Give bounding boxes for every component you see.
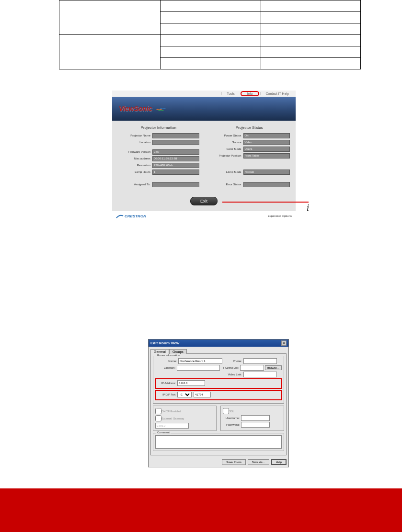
table-cell bbox=[160, 0, 261, 12]
val-power: On bbox=[243, 133, 290, 138]
dhcp-label: DHCP Enabled bbox=[161, 410, 181, 413]
lbl-location: Location bbox=[118, 141, 152, 144]
projector-information-col: Projector Information Projector Name Loc… bbox=[118, 125, 199, 188]
table-cell bbox=[160, 35, 261, 46]
callout-line bbox=[222, 202, 309, 203]
val-lampmode: Normal bbox=[243, 170, 290, 175]
val-resolution: 720x480i 60Hz bbox=[152, 163, 199, 168]
exit-button[interactable]: Exit bbox=[190, 197, 218, 205]
name-label: Name: bbox=[155, 360, 178, 362]
ip-label: IP Address: bbox=[157, 382, 177, 385]
val-firmware: 0.07 bbox=[152, 149, 199, 155]
name-field[interactable] bbox=[178, 358, 222, 364]
table-cell bbox=[59, 0, 161, 35]
ssl-checkbox[interactable] bbox=[223, 408, 229, 414]
projector-info-screenshot: Tools Info Contact IT Help ViewSonic Pro… bbox=[112, 91, 296, 221]
ipid-label: IPID/IP Port: bbox=[157, 393, 177, 396]
save-as-button[interactable]: Save As... bbox=[248, 459, 269, 465]
col-title-status: Projector Status bbox=[209, 125, 290, 130]
ip-highlight-box: IP Address: bbox=[155, 378, 282, 389]
video-field[interactable] bbox=[243, 372, 277, 377]
browse-button[interactable]: Browse... bbox=[265, 365, 282, 370]
val-colormode: User1 bbox=[243, 147, 290, 152]
projector-footer: CRESTRON Expansion Options bbox=[112, 211, 296, 221]
table-cell bbox=[160, 58, 261, 69]
val-assigned bbox=[152, 182, 199, 187]
video-label: Video Link: bbox=[222, 373, 243, 376]
edit-room-dialog: Edit Room View × GeneralGroups Room Info… bbox=[148, 339, 289, 467]
tab-tools[interactable]: Tools bbox=[221, 92, 239, 95]
expansion-options[interactable]: Expansion Options bbox=[268, 215, 292, 217]
tabbar: Tools Info Contact IT Help bbox=[112, 91, 296, 97]
password-field[interactable] bbox=[241, 422, 270, 428]
phone-label: Phone: bbox=[222, 360, 243, 362]
lbl-lampmode: Lamp Mode bbox=[209, 170, 243, 173]
val-position: Front Table bbox=[243, 153, 290, 158]
val-lamphours: 1 bbox=[152, 170, 199, 175]
comment-label: Comment bbox=[156, 431, 171, 434]
lbl-projector-name: Projector Name bbox=[118, 134, 152, 137]
edit-room-tabs: GeneralGroups bbox=[149, 347, 288, 353]
dhcp-group: DHCP Enabled External Gateway bbox=[153, 406, 217, 431]
ipid-highlight-box: IPID/IP Port: 02 bbox=[155, 390, 282, 400]
projector-header: ViewSonic bbox=[112, 97, 296, 121]
econtrol-label: e-Control Link: bbox=[220, 366, 240, 369]
ext-gateway-label: External Gateway bbox=[161, 417, 184, 420]
location-field[interactable] bbox=[177, 365, 220, 371]
lbl-mac: Mac address bbox=[118, 157, 152, 160]
ipport-field[interactable] bbox=[194, 392, 211, 397]
lbl-error: Error Status bbox=[209, 183, 243, 186]
tab-contact[interactable]: Contact IT Help bbox=[260, 92, 294, 95]
lbl-firmware: Firmware Version bbox=[118, 150, 152, 153]
room-information-group: Room Information Name: Phone: Location: … bbox=[153, 356, 284, 404]
table-cell bbox=[160, 46, 261, 58]
phone-field[interactable] bbox=[243, 358, 277, 364]
username-field[interactable] bbox=[241, 415, 270, 421]
save-room-button[interactable]: Save Room bbox=[222, 459, 245, 465]
edit-room-title: Edit Room View bbox=[150, 341, 179, 345]
val-mac: 00:00:11:99:22:88 bbox=[152, 156, 199, 161]
callout-i-label: i bbox=[307, 203, 309, 213]
close-icon[interactable]: × bbox=[281, 340, 287, 346]
help-button[interactable]: Help bbox=[271, 459, 287, 465]
table-cell bbox=[59, 35, 161, 69]
dhcp-checkbox[interactable] bbox=[155, 408, 161, 414]
table-cell bbox=[261, 35, 361, 46]
room-info-title: Room Information bbox=[156, 354, 181, 357]
crestron-logo: CRESTRON bbox=[116, 213, 146, 219]
projector-body: Projector Information Projector Name Loc… bbox=[112, 121, 296, 211]
ip-field[interactable] bbox=[177, 380, 205, 386]
col-title-info: Projector Information bbox=[118, 125, 199, 130]
ext-gateway-checkbox[interactable] bbox=[155, 415, 161, 421]
tab-groups[interactable]: Groups bbox=[169, 349, 187, 354]
tab-general[interactable]: General bbox=[150, 349, 169, 354]
lbl-position: Projector Position bbox=[209, 154, 243, 157]
ssl-label: SSL bbox=[229, 410, 234, 413]
val-projector-name bbox=[152, 133, 199, 138]
swoosh-icon bbox=[116, 213, 124, 219]
ipid-select[interactable]: 02 bbox=[177, 392, 192, 397]
edit-room-footer: Save Room Save As... Help bbox=[149, 457, 288, 467]
table-cell bbox=[261, 58, 361, 69]
edit-room-content: Room Information Name: Phone: Location: … bbox=[150, 353, 287, 455]
top-table bbox=[59, 0, 361, 69]
table-cell bbox=[160, 23, 261, 35]
ext-gateway-field[interactable] bbox=[155, 423, 189, 429]
location-label: Location: bbox=[155, 366, 177, 369]
val-location bbox=[152, 140, 199, 145]
val-source: Video bbox=[243, 140, 290, 145]
tab-info[interactable]: Info bbox=[241, 91, 260, 96]
footer-bar bbox=[0, 488, 402, 532]
username-label: Username: bbox=[223, 417, 241, 419]
lbl-lamphours: Lamp Hours bbox=[118, 170, 152, 173]
econtrol-field[interactable] bbox=[240, 365, 264, 371]
birds-icon bbox=[155, 105, 168, 113]
val-error bbox=[243, 182, 290, 187]
comment-field[interactable] bbox=[155, 435, 282, 449]
brand-logo: ViewSonic bbox=[119, 105, 152, 113]
ssl-group: SSL Username: Password: bbox=[220, 406, 284, 431]
lbl-power: Power Status bbox=[209, 134, 243, 137]
table-cell bbox=[261, 12, 361, 23]
lbl-assigned: Assigned To: bbox=[118, 183, 152, 186]
lbl-source: Source bbox=[209, 141, 243, 144]
